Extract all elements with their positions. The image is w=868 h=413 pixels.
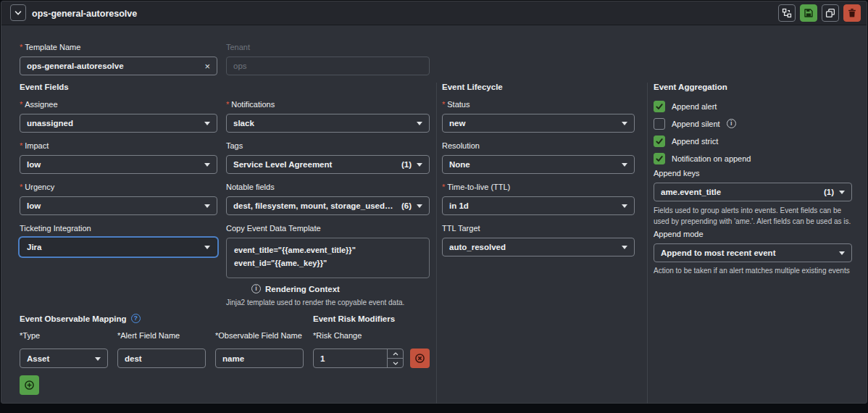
- append-keys-label: Append keys: [654, 169, 852, 178]
- assignee-value: unassigned: [27, 119, 199, 128]
- append-mode-help: Action to be taken if an alert matches m…: [654, 265, 855, 276]
- plus-circle-icon: [24, 380, 35, 391]
- alert-field-name-wrap: [117, 349, 206, 368]
- chevron-down-icon: [839, 191, 845, 194]
- append-strict-row: Append strict: [654, 135, 718, 147]
- resolution-select[interactable]: None: [442, 155, 635, 174]
- notable-fields-field: Notable fields dest, filesystem, mount, …: [226, 183, 430, 215]
- status-value: new: [449, 119, 617, 128]
- append-mode-select[interactable]: Append to most recent event: [654, 243, 852, 262]
- append-alert-label: Append alert: [672, 102, 717, 111]
- append-silent-row: Append silent i: [654, 117, 736, 130]
- decrement-button[interactable]: [388, 359, 403, 367]
- observable-type-select[interactable]: Asset: [20, 349, 108, 368]
- clear-icon[interactable]: ×: [204, 62, 210, 71]
- observable-field-name-wrap: [215, 349, 304, 368]
- append-alert-row: Append alert: [654, 100, 717, 112]
- append-mode-field: Append mode Append to most recent event: [654, 230, 852, 262]
- header-bar: ops-general-autoresolve: [1, 1, 867, 25]
- append-keys-select[interactable]: ame.event_title (1): [654, 183, 852, 201]
- template-name-input[interactable]: [20, 62, 217, 70]
- tenant-label: Tenant: [226, 43, 430, 52]
- ttl-target-select[interactable]: auto_resolved: [442, 238, 635, 256]
- status-label: Status: [442, 100, 635, 109]
- chevron-down-icon: [417, 122, 422, 125]
- chevron-down-icon: [95, 357, 101, 361]
- remove-circle-icon: [414, 353, 425, 364]
- notable-fields-select[interactable]: dest, filesystem, mount, storage_used_pe…: [226, 196, 430, 215]
- copy-button[interactable]: [822, 4, 839, 22]
- chevron-down-icon: [417, 204, 422, 208]
- risk-change-stepper: [313, 349, 404, 368]
- append-strict-checkbox[interactable]: [654, 135, 665, 147]
- tenant-input-wrap: [226, 57, 430, 75]
- ttl-select[interactable]: in 1d: [442, 196, 635, 215]
- assignee-select[interactable]: unassigned: [20, 114, 217, 133]
- status-select[interactable]: new: [442, 114, 635, 133]
- urgency-field: Urgency low: [20, 183, 217, 215]
- increment-button[interactable]: [388, 349, 403, 359]
- check-icon: [655, 154, 664, 163]
- chevron-down-icon: [204, 122, 210, 125]
- impact-select[interactable]: low: [20, 155, 217, 174]
- template-editor-card: ops-general-autoresolve: [1, 1, 867, 404]
- event-lifecycle-heading: Event Lifecycle: [442, 83, 503, 92]
- tenant-field: Tenant: [226, 43, 430, 75]
- risk-change-input[interactable]: [314, 349, 387, 367]
- stepper-buttons: [387, 349, 403, 367]
- notification-on-append-checkbox[interactable]: [654, 153, 665, 164]
- append-silent-checkbox[interactable]: [654, 118, 665, 130]
- info-icon[interactable]: i: [727, 119, 736, 128]
- ticketing-integration-label: Ticketing Integration: [20, 224, 217, 233]
- append-keys-count-badge: (1): [824, 188, 834, 196]
- template-name-input-wrap: ×: [20, 57, 217, 75]
- type-label: *Type: [20, 331, 40, 341]
- tags-label: Tags: [226, 141, 430, 151]
- observable-field-name-input[interactable]: [216, 354, 303, 363]
- chevron-down-icon: [622, 204, 627, 208]
- ticketing-integration-value: Jira: [27, 243, 199, 251]
- append-strict-label: Append strict: [672, 137, 718, 146]
- help-icon[interactable]: ?: [131, 314, 141, 323]
- trash-icon: [847, 8, 857, 18]
- copy-event-data-template-textarea[interactable]: event_title="{{ame.event_title}}" event_…: [226, 238, 430, 278]
- impact-field: Impact low: [20, 141, 217, 174]
- workflow-icon: [782, 8, 792, 18]
- workflow-button[interactable]: [778, 4, 796, 22]
- notifications-field: Notifications slack: [226, 100, 430, 133]
- tags-field: Tags Service Level Agreement (1): [226, 141, 430, 174]
- ticketing-integration-select[interactable]: Jira: [20, 238, 217, 256]
- add-row-button[interactable]: [20, 375, 39, 395]
- chevron-down-icon: [417, 163, 422, 167]
- append-silent-label: Append silent: [672, 120, 720, 128]
- section-divider: [647, 83, 648, 404]
- tags-count-badge: (1): [401, 160, 412, 169]
- info-icon[interactable]: i: [251, 284, 261, 293]
- delete-button[interactable]: [843, 4, 861, 22]
- append-keys-help: Fields used to group alerts into events.…: [654, 205, 855, 227]
- rendering-context-section[interactable]: i Rendering Context: [251, 284, 340, 293]
- impact-value: low: [27, 160, 199, 169]
- urgency-label: Urgency: [20, 183, 217, 192]
- observable-mapping-heading-row: Event Observable Mapping ?: [20, 314, 141, 323]
- copy-event-data-template-label: Copy Event Data Template: [226, 224, 430, 233]
- alert-field-name-input[interactable]: [118, 354, 205, 363]
- save-button[interactable]: [800, 4, 817, 22]
- notifications-select[interactable]: slack: [226, 114, 430, 133]
- remove-row-button[interactable]: [410, 349, 430, 368]
- observable-type-value: Asset: [27, 354, 90, 363]
- ttl-target-label: TTL Target: [442, 224, 635, 233]
- tenant-input[interactable]: [227, 62, 429, 70]
- collapse-button[interactable]: [10, 4, 26, 21]
- check-icon: [655, 137, 664, 146]
- ttl-value: in 1d: [449, 201, 617, 210]
- save-icon: [804, 8, 814, 18]
- notification-on-append-row: Notification on append: [654, 152, 751, 164]
- event-fields-heading: Event Fields: [20, 83, 69, 92]
- template-name-field: Template Name ×: [20, 43, 217, 75]
- assignee-label: Assignee: [20, 100, 217, 109]
- tags-select[interactable]: Service Level Agreement (1): [226, 155, 430, 174]
- ttl-field: Time-to-live (TTL) in 1d: [442, 183, 635, 215]
- urgency-select[interactable]: low: [20, 196, 217, 215]
- append-alert-checkbox[interactable]: [654, 101, 665, 112]
